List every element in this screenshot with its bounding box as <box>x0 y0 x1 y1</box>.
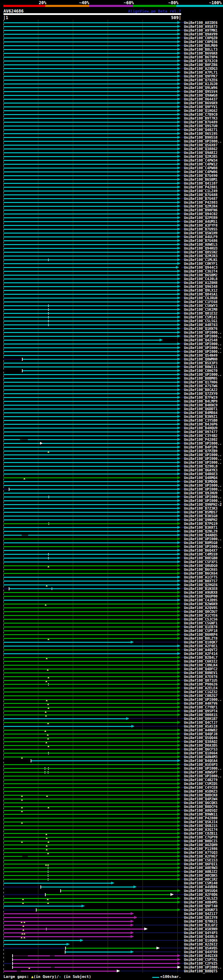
hit-label[interactable]: UniRef100_C0RZG7 <box>184 694 223 698</box>
hit-label[interactable]: UniRef100_B4P1P6 <box>184 445 223 449</box>
hit-label[interactable]: UniRef100_UPI000.. <box>184 537 223 541</box>
hit-label[interactable]: UniRef100_B8LLT3 <box>184 48 223 51</box>
hit-label[interactable]: UniRef100_Q9NPH2 <box>184 518 223 522</box>
hit-label[interactable]: UniRef100_B0EGB0 <box>184 556 223 560</box>
alignment-row[interactable]: UniRef100_B5MDS7 <box>0 510 223 514</box>
hit-label[interactable]: UniRef100_C5M141 <box>184 315 223 319</box>
hit-label[interactable]: UniRef100_Q9SSV4 <box>184 90 223 94</box>
alignment-row[interactable]: UniRef100_B6V6K8 <box>0 51 223 55</box>
hit-label[interactable]: UniRef100_B7U488 <box>184 193 223 197</box>
alignment-row[interactable]: UniRef100_Q5KJI4 <box>0 820 223 824</box>
alignment-row[interactable]: UniRef100_C1GZ32 <box>0 690 223 694</box>
hit-label[interactable]: UniRef100_A6ZQH9 <box>184 843 223 847</box>
alignment-row[interactable]: UniRef100_B0DCI5 <box>0 839 223 843</box>
alignment-row[interactable]: UniRef100_UPI000.. <box>0 698 223 702</box>
hit-label[interactable]: UniRef100_A7TGQ3 <box>184 851 223 854</box>
alignment-row[interactable]: UniRef100_Q1HG62 <box>0 109 223 113</box>
hit-label[interactable]: UniRef100_B7U487 <box>184 197 223 200</box>
hit-label[interactable]: UniRef100_D0A3D5 <box>184 744 223 748</box>
hit-label[interactable]: UniRef100_C0PQ36 <box>184 40 223 44</box>
alignment-row[interactable]: UniRef100_Q6CQK5 <box>0 801 223 805</box>
alignment-row[interactable]: UniRef100_Q4RMQ4 <box>0 476 223 480</box>
alignment-row[interactable]: UniRef100_Q944C3 <box>0 266 223 269</box>
hit-label[interactable]: UniRef100_Q9NPH2-2 <box>184 503 223 506</box>
hit-label[interactable]: UniRef100_C5JC56 <box>184 617 223 621</box>
alignment-row[interactable]: UniRef100_C5GNF1 <box>0 621 223 625</box>
hit-label[interactable]: UniRef100_B4J6P6 <box>184 422 223 426</box>
hit-label[interactable]: UniRef100_A9TMN1 <box>184 29 223 32</box>
hit-label[interactable]: UniRef100_B6CK65 <box>184 568 223 571</box>
hit-label[interactable]: UniRef100_C0HGT0 <box>184 369 223 373</box>
hit-label[interactable]: UniRef100_Q6UP00 <box>184 595 223 598</box>
hit-label[interactable]: UniRef100_C7B9C0 <box>184 113 223 116</box>
hit-label[interactable]: UniRef100_B8LM09 <box>184 44 223 48</box>
hit-label[interactable]: UniRef100_B7PG19 <box>184 522 223 526</box>
hit-label[interactable]: UniRef100_A1CYE6 <box>184 614 223 617</box>
hit-label[interactable]: UniRef100_A9S873 <box>184 25 223 29</box>
hit-label[interactable]: UniRef100_B0XT57 <box>184 579 223 583</box>
alignment-row[interactable]: UniRef100_B4J6P6 <box>0 422 223 426</box>
hit-label[interactable]: UniRef100_C4M5S9 <box>184 552 223 556</box>
alignment-row[interactable]: UniRef100_Q2MJR3 <box>0 254 223 258</box>
alignment-row[interactable]: UniRef100_B7U486 <box>0 239 223 243</box>
alignment-row[interactable]: UniRef100_Q4Z1I7 <box>0 912 223 916</box>
alignment-row[interactable]: UniRef100_A7PL71 <box>0 71 223 75</box>
hit-label[interactable]: UniRef100_A2F0D6 <box>184 893 223 897</box>
alignment-row[interactable]: UniRef100_Q5QQ46 <box>0 736 223 740</box>
hit-label[interactable]: UniRef100_Q9S7U0 <box>184 124 223 128</box>
hit-label[interactable]: UniRef100_B9HFN6 <box>184 208 223 212</box>
hit-label[interactable]: UniRef100_UPI000.. <box>184 331 223 334</box>
alignment-row[interactable]: UniRef100_C5L5G1 <box>0 319 223 323</box>
hit-label[interactable]: UniRef100_C0NLK4 <box>184 663 223 667</box>
hit-label[interactable]: UniRef100_B8LZT8 <box>184 636 223 640</box>
hit-label[interactable]: UniRef100_C4PW34 <box>184 159 223 162</box>
alignment-row[interactable]: UniRef100_O64437 <box>0 97 223 101</box>
hit-label[interactable]: UniRef100_Q1EB78 <box>184 625 223 629</box>
alignment-row[interactable]: UniRef100_A7TGQ3 <box>0 851 223 854</box>
alignment-row[interactable]: UniRef100_A8IDE6 <box>0 21 223 25</box>
alignment-row[interactable]: UniRef100_UPI000.. <box>0 484 223 487</box>
hit-label[interactable]: UniRef100_Q0CDU7 <box>184 610 223 614</box>
alignment-row[interactable]: UniRef100_Q4XFR9 <box>0 950 223 954</box>
alignment-row[interactable]: UniRef100_A2XDG3 <box>0 67 223 71</box>
hit-label[interactable]: UniRef100_A0C1R2 <box>184 877 223 881</box>
alignment-row[interactable]: UniRef100_A8B4M5 <box>0 900 223 904</box>
alignment-row[interactable]: UniRef100_B4LMP9 <box>0 399 223 403</box>
hit-label[interactable]: UniRef100_B7U489 <box>184 120 223 124</box>
hit-label[interactable]: UniRef100_B6HRP4 <box>184 633 223 636</box>
alignment-row[interactable]: UniRef100_C5PTH1 <box>0 958 223 962</box>
alignment-row[interactable]: UniRef100_A2ELE4 <box>0 686 223 690</box>
alignment-row[interactable]: UniRef100_Q4DFC2 <box>0 667 223 671</box>
alignment-row[interactable]: UniRef100_Q8S5N2 <box>0 250 223 254</box>
alignment-row[interactable]: UniRef100_C5M140 <box>0 881 223 885</box>
hit-label[interactable]: UniRef100_B6SBM2 <box>184 273 223 277</box>
alignment-row[interactable]: UniRef100_C1LZ49 <box>0 189 223 193</box>
hit-label[interactable]: UniRef100_B6SBM1 <box>184 178 223 181</box>
alignment-row[interactable]: UniRef100_Q0CDU7 <box>0 610 223 614</box>
alignment-row[interactable]: UniRef100_B7U488 <box>0 193 223 197</box>
hit-label[interactable]: UniRef100_Q95PT4 <box>184 709 223 713</box>
hit-label[interactable]: UniRef100_P90626 <box>184 682 223 686</box>
alignment-row[interactable]: UniRef100_Q0WMH0 <box>0 357 223 361</box>
alignment-row[interactable]: UniRef100_B8CA22 <box>0 388 223 392</box>
alignment-row[interactable]: UniRef100_Q4Y4P3 <box>0 931 223 935</box>
alignment-row[interactable]: UniRef100_Q9ARI2 <box>0 151 223 155</box>
alignment-row[interactable]: UniRef100_A4VB86 <box>0 885 223 889</box>
hit-label[interactable]: UniRef100_A3FYF8 <box>184 224 223 228</box>
alignment-row[interactable]: UniRef100_B2B4L7 <box>0 655 223 659</box>
hit-label[interactable]: UniRef100_B0FZR6 <box>184 63 223 67</box>
hit-label[interactable]: UniRef100_B6Q4X7 <box>184 549 223 552</box>
hit-label[interactable]: UniRef100_B5X3P3 <box>184 361 223 365</box>
alignment-row[interactable]: UniRef100_B9H558 <box>0 135 223 139</box>
alignment-row[interactable]: UniRef100_Q5AVQ5 <box>0 946 223 950</box>
hit-label[interactable]: UniRef100_Q4ABQ5 <box>184 533 223 537</box>
alignment-row[interactable]: UniRef100_B0FZR6 <box>0 63 223 67</box>
alignment-row[interactable]: UniRef100_Q10QK7 <box>0 640 223 644</box>
alignment-row[interactable]: UniRef100_B4P1P6 <box>0 445 223 449</box>
hit-label[interactable]: UniRef100_Q94KU3 <box>184 247 223 250</box>
hit-label[interactable]: UniRef100_Q4XRL9 <box>184 935 223 939</box>
alignment-row[interactable]: UniRef100_C5M141 <box>0 315 223 319</box>
alignment-row[interactable]: UniRef100_A0BJZ2 <box>0 870 223 873</box>
hit-label[interactable]: UniRef100_A5A5I8 <box>184 724 223 728</box>
alignment-row[interactable]: UniRef100_C1FE68 <box>0 300 223 304</box>
